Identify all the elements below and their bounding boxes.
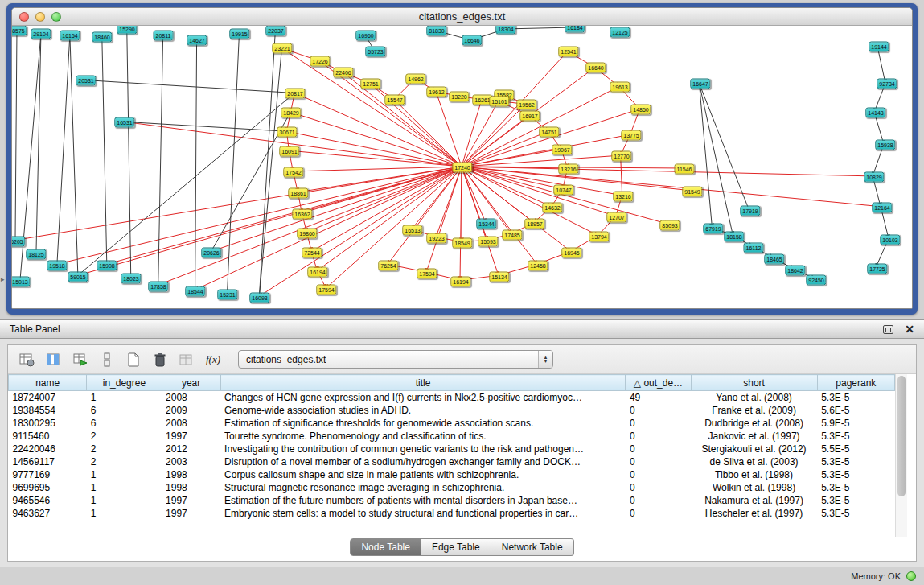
graph-node[interactable]: 16154 (60, 31, 80, 41)
graph-node[interactable]: 13216 (613, 192, 633, 202)
graph-node[interactable]: 15938 (875, 140, 895, 150)
graph-node[interactable]: 12458 (528, 261, 548, 271)
graph-node[interactable]: 13216 (558, 164, 578, 175)
graph-node[interactable]: 19613 (610, 82, 630, 93)
graph-node[interactable]: 18957 (524, 219, 544, 229)
column-header-name[interactable]: name (9, 375, 87, 391)
graph-node[interactable]: 16184 (565, 26, 585, 33)
column-header-year[interactable]: year (162, 375, 220, 391)
table-row[interactable]: 1456911722003Disruption of a novel membe… (9, 455, 895, 468)
table-row[interactable]: 911546021997Tourette syndrome. Phenomeno… (9, 430, 895, 443)
graph-node[interactable]: 16091 (279, 146, 299, 157)
graph-node[interactable]: 22406 (333, 68, 353, 78)
graph-node[interactable]: 10747 (553, 185, 573, 196)
graph-node[interactable]: 15101 (489, 97, 509, 107)
row-height-icon[interactable] (97, 350, 117, 369)
graph-node[interactable]: 18304 (495, 26, 515, 35)
tab-node-table[interactable]: Node Table (350, 538, 421, 556)
graph-node[interactable]: 72544 (302, 248, 322, 258)
graph-node[interactable]: 20531 (76, 76, 96, 86)
tab-network-table[interactable]: Network Table (491, 538, 574, 556)
graph-node[interactable]: 18575 (12, 26, 27, 36)
graph-node[interactable]: 16112 (744, 243, 764, 253)
function-builder-icon[interactable]: f(x) (203, 350, 223, 369)
graph-node[interactable]: 16513 (402, 225, 422, 236)
table-row[interactable]: 1872400712008Changes of HCN gene express… (9, 391, 895, 404)
merge-table-icon[interactable] (177, 350, 196, 369)
graph-node[interactable]: 18460 (92, 32, 112, 43)
graph-node[interactable]: 15093 (478, 237, 498, 247)
graph-node[interactable]: 19067 (552, 145, 572, 155)
graph-node[interactable]: 16917 (519, 111, 540, 122)
graph-node[interactable]: 81830 (426, 26, 446, 36)
network-window-titlebar[interactable]: citations_edges.txt (12, 8, 912, 26)
graph-node[interactable]: 92734 (877, 79, 897, 89)
graph-node[interactable]: 19612 (426, 87, 446, 97)
panel-collapse-arrow[interactable]: ▸ (1, 275, 5, 283)
float-panel-icon[interactable] (883, 325, 893, 334)
graph-node[interactable]: 12541 (558, 47, 578, 57)
graph-node[interactable]: 16194 (450, 277, 470, 287)
table-row[interactable]: 977716911998Corpus callosum shape and si… (9, 468, 895, 481)
graph-node[interactable]: 20817 (285, 89, 305, 99)
table-row[interactable]: 946362711997Embryonic stem cells: a mode… (9, 507, 895, 520)
graph-node[interactable]: 14751 (539, 127, 559, 138)
graph-node[interactable]: 18861 (288, 188, 308, 199)
column-header-short[interactable]: short (691, 375, 817, 391)
graph-node[interactable]: 18544 (185, 286, 205, 297)
graph-node[interactable]: 13775 (621, 130, 641, 141)
graph-node[interactable]: 12751 (360, 79, 380, 89)
table-row[interactable]: 946554611997Estimation of the future num… (9, 494, 895, 507)
graph-node[interactable]: 76254 (378, 261, 398, 271)
graph-node[interactable]: 85093 (659, 220, 680, 231)
graph-node[interactable]: 12125 (610, 27, 630, 38)
column-header-out-de[interactable]: △ out_de… (626, 375, 691, 391)
column-header-pagerank[interactable]: pagerank (817, 375, 894, 391)
graph-node[interactable]: 14850 (630, 105, 651, 115)
import-table-icon[interactable] (71, 350, 90, 369)
graph-node[interactable]: 17594 (316, 285, 336, 295)
graph-node[interactable]: 14627 (187, 35, 207, 46)
graph-node[interactable]: 17919 (740, 206, 760, 216)
graph-node[interactable]: 12707 (606, 212, 626, 223)
graph-node[interactable]: 17485 (502, 230, 522, 241)
table-selector-dropdown[interactable]: citations_edges.txt ▲▼ (238, 350, 553, 369)
graph-node[interactable]: 18429 (281, 108, 301, 118)
column-header-in-degree[interactable]: in_degree (87, 375, 162, 391)
graph-node[interactable]: 26205 (12, 237, 26, 247)
graph-node[interactable]: 18465 (764, 254, 784, 265)
graph-node[interactable]: 15013 (12, 277, 31, 287)
graph-node[interactable]: 15134 (489, 272, 509, 282)
graph-node[interactable]: 19144 (869, 42, 889, 52)
graph-node[interactable]: 15908 (97, 261, 117, 271)
graph-node[interactable]: 19562 (516, 100, 536, 110)
graph-node[interactable]: 19223 (426, 233, 446, 244)
graph-node[interactable]: 23221 (272, 43, 292, 54)
graph-node[interactable]: 14632 (542, 203, 562, 213)
graph-node[interactable]: 17725 (867, 264, 887, 274)
network-view-canvas[interactable]: 1857529104161541846015290208111462719915… (12, 26, 912, 308)
graph-node[interactable]: 18158 (724, 232, 744, 242)
graph-node[interactable]: 13220 (449, 92, 469, 102)
graph-node[interactable]: 16531 (114, 117, 134, 128)
table-row[interactable]: 1830029562008Estimation of significance … (9, 417, 895, 430)
graph-node[interactable]: 15547 (384, 95, 405, 105)
graph-node[interactable]: 17226 (310, 56, 330, 67)
graph-node[interactable]: 16640 (585, 63, 606, 73)
graph-node[interactable]: 91549 (682, 187, 702, 197)
graph-node[interactable]: 12770 (611, 151, 631, 162)
graph-node[interactable]: 92450 (806, 275, 826, 286)
column-visibility-icon[interactable] (44, 350, 64, 369)
graph-node[interactable]: 15231 (217, 290, 237, 300)
graph-node[interactable]: 30671 (277, 127, 297, 138)
graph-node[interactable]: 10829 (864, 172, 884, 183)
graph-node[interactable]: 18549 (452, 238, 472, 249)
graph-node[interactable]: 16646 (462, 35, 482, 46)
table-scrollbar[interactable] (895, 374, 907, 537)
table-row[interactable]: 969969511998Structural magnetic resonanc… (9, 481, 895, 494)
graph-node[interactable]: 16093 (249, 293, 269, 303)
graph-node[interactable]: 14143 (865, 108, 885, 118)
graph-node[interactable]: 17594 (417, 269, 437, 279)
graph-node[interactable]: 10103 (880, 235, 900, 245)
graph-node[interactable]: 15290 (117, 26, 137, 35)
